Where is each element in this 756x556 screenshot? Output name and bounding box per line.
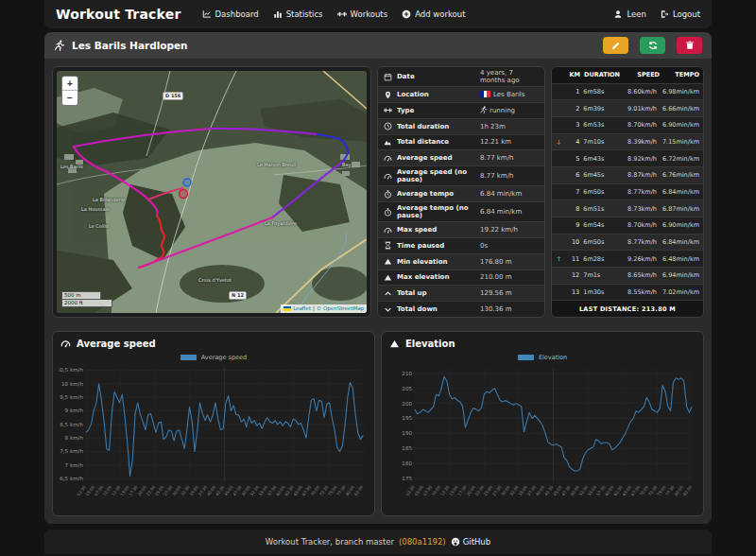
splits-header-row: KMDURATIONSPEEDTEMPO <box>552 67 703 84</box>
detail-row: Min elevation176.80 m <box>378 254 544 270</box>
map-place-label: Bay <box>342 162 351 167</box>
dumbbell-icon <box>384 106 392 114</box>
delete-button[interactable] <box>677 37 702 54</box>
leaflet-link[interactable]: Leaflet <box>293 305 311 312</box>
detail-row: Total up129.56 m <box>378 286 544 302</box>
navbar: Workout Tracker DashboardStatisticsWorko… <box>44 0 712 28</box>
elevation-chart: 21020520019519018518017502:3005:0007:301… <box>387 362 697 513</box>
stopwatch-icon <box>384 208 392 217</box>
user-menu[interactable]: Leen <box>613 9 645 19</box>
detail-value: 1h 23m <box>480 123 539 130</box>
app-brand[interactable]: Workout Tracker <box>56 7 181 22</box>
nav-item-add-workout[interactable]: Add workout <box>402 9 465 19</box>
split-row-km-12: 127m1s8.65km/h6.94min/km <box>552 268 703 285</box>
svg-text:7,5 km/h: 7,5 km/h <box>60 449 83 455</box>
map-place-label: Les Barils <box>60 164 83 169</box>
route-map[interactable]: D 156 N 12 Les Barils Bay Le Maison Breu… <box>57 71 367 313</box>
average-speed-chart: 10,5 km/h10 km/h9,5 km/h9 km/h8,5 km/h8 … <box>59 362 369 513</box>
location-icon <box>384 91 392 99</box>
footer-text: Workout Tracker, branch master <box>266 537 394 547</box>
content: D 156 N 12 Les Barils Bay Le Maison Breu… <box>44 59 712 524</box>
runner-icon <box>480 106 488 113</box>
footer: Workout Tracker, branch master (080a1192… <box>44 530 712 554</box>
osm-link[interactable]: © OpenStreetMap <box>317 305 364 312</box>
nav-item-statistics[interactable]: Statistics <box>273 9 323 19</box>
user-name: Leen <box>627 9 645 19</box>
split-row-km-5: 56m43s8.92km/h6.72min/km <box>552 150 703 167</box>
map-scale: 500 m 2000 ft <box>61 291 112 307</box>
calendar-icon <box>384 73 392 81</box>
detail-value: 6.84 min/km <box>480 190 539 198</box>
detail-row: Average speed8.77 km/h <box>378 150 544 166</box>
speedometer-icon <box>384 172 392 181</box>
runner-icon <box>54 40 65 51</box>
map-place-label: Le Collin <box>89 223 109 229</box>
svg-text:6,5 km/h: 6,5 km/h <box>60 476 83 481</box>
france-flag-icon <box>480 91 490 97</box>
split-row-km-6: 66m45s8.87km/h6.76min/km <box>552 167 703 184</box>
zoom-out-button[interactable]: − <box>62 91 77 105</box>
detail-value: 176.80 m <box>480 258 539 266</box>
map-place-label: Le Maison Breuil <box>257 162 296 167</box>
detail-label: Time paused <box>397 242 475 250</box>
map-zoom-control: + − <box>61 76 78 106</box>
split-row-km-10: 106m50s8.77km/h6.84min/km <box>552 235 703 252</box>
map-attribution: Leaflet | © OpenStreetMap <box>281 304 367 313</box>
svg-text:190: 190 <box>402 430 412 436</box>
chevron-up-icon <box>384 289 392 298</box>
detail-value: 8.77 km/h <box>480 154 539 162</box>
refresh-button[interactable] <box>640 37 665 54</box>
detail-label: Average tempo (no pause) <box>397 204 475 219</box>
logout-button[interactable]: Logout <box>660 9 700 19</box>
hourglass-icon <box>384 241 392 250</box>
road-badge-d156: D 156 <box>163 92 183 100</box>
chart-title: Elevation <box>405 339 455 349</box>
detail-value: 210.00 m <box>480 273 539 281</box>
detail-row: Average tempo (no pause)6.84 min/km <box>378 202 544 222</box>
legend-swatch <box>180 355 197 360</box>
workout-details-table: Date4 years, 7 months agoLocationLes Bar… <box>377 66 545 318</box>
detail-row: Date4 years, 7 months ago <box>378 67 544 87</box>
nav-item-workouts[interactable]: Workouts <box>337 9 388 19</box>
detail-label: Total distance <box>397 138 475 146</box>
speedometer-icon <box>384 226 392 235</box>
detail-label: Max elevation <box>397 273 475 281</box>
road-badge-n12: N 12 <box>229 291 247 300</box>
dumbbell-icon <box>337 9 347 19</box>
map-scale-imperial: 2000 ft <box>61 300 112 307</box>
svg-text:10,5 km/h: 10,5 km/h <box>59 367 84 373</box>
split-row-km-9: 96m54s8.70km/h6.90min/km <box>552 217 703 235</box>
svg-text:200: 200 <box>402 401 412 407</box>
edit-button[interactable] <box>603 37 628 54</box>
map-place-label: La Billanderie <box>93 197 125 202</box>
detail-value: 8.77 km/h <box>480 172 539 180</box>
detail-value: 12.21 km <box>480 138 539 146</box>
detail-label: Average tempo <box>397 190 475 198</box>
chart-bar-icon <box>273 9 283 19</box>
svg-text:82:30: 82:30 <box>682 484 693 496</box>
nav-item-dashboard[interactable]: Dashboard <box>202 9 259 19</box>
github-link[interactable]: GitHub <box>451 537 490 547</box>
svg-text:9,5 km/h: 9,5 km/h <box>60 394 83 400</box>
detail-label: Type <box>397 107 475 114</box>
speedometer-icon <box>384 154 392 163</box>
split-row-km-13: 131m30s8.55km/h7.02min/km <box>552 285 703 302</box>
detail-row: Typerunning <box>378 103 544 119</box>
map-scale-metric: 500 m <box>61 291 101 300</box>
detail-label: Location <box>397 91 475 98</box>
split-row-km-7: 76m50s8.77km/h6.84min/km <box>552 184 703 201</box>
nav-right: Leen Logout <box>613 9 700 19</box>
sign-out-icon <box>660 9 669 19</box>
detail-label: Total down <box>397 305 475 313</box>
splits-footer: LAST DISTANCE: 213.80 M <box>552 301 703 317</box>
speedometer-icon <box>60 339 71 349</box>
trend-down-icon <box>556 139 562 146</box>
detail-row: Average speed (no pause)8.77 km/h <box>378 166 544 186</box>
chevron-down-icon <box>384 305 392 314</box>
commit-hash: (080a1192) <box>399 537 446 547</box>
zoom-in-button[interactable]: + <box>62 77 77 91</box>
detail-row: Total down130.36 m <box>378 302 544 317</box>
map-place-label: La Houssaie <box>81 206 110 212</box>
split-row-km-4: 47m10s8.39km/h7.15min/km <box>552 134 703 151</box>
detail-value: 6.84 min/km <box>480 208 539 216</box>
